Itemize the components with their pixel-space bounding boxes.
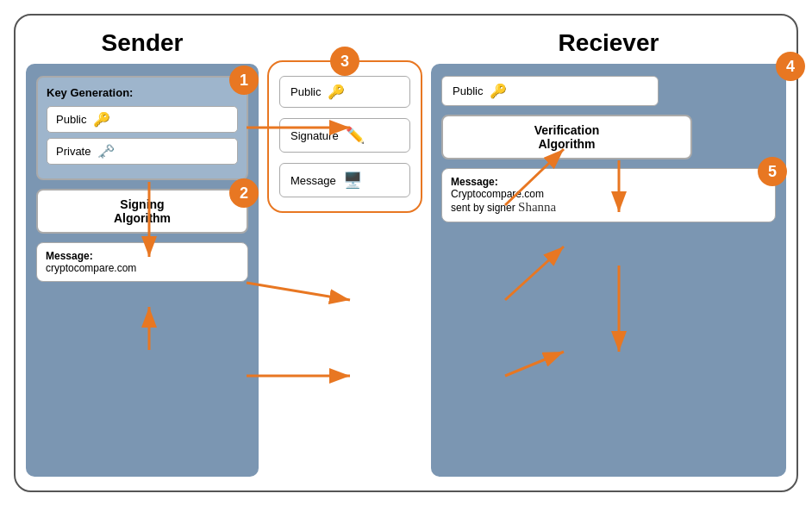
arrows-svg bbox=[16, 16, 796, 490]
main-container: Sender Key Generation: Public 🔑 Private … bbox=[14, 14, 798, 492]
